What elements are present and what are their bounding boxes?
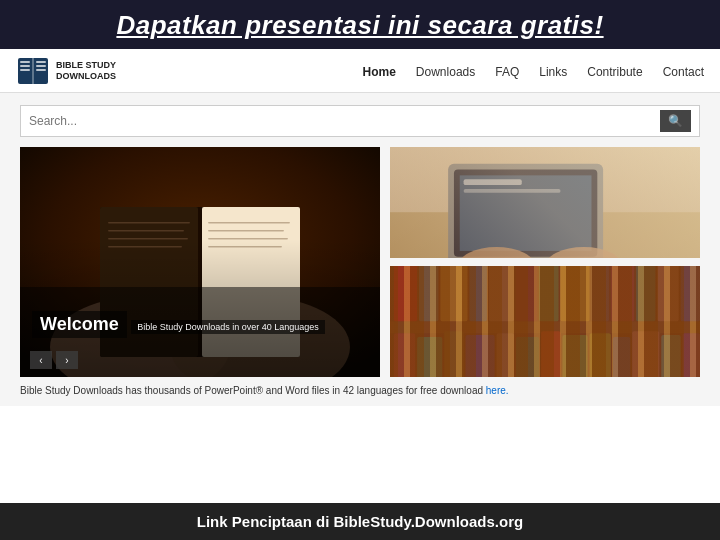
svg-rect-54 bbox=[541, 331, 560, 377]
svg-rect-39 bbox=[516, 266, 537, 322]
svg-rect-58 bbox=[632, 331, 659, 377]
svg-rect-56 bbox=[590, 333, 611, 377]
svg-point-32 bbox=[545, 247, 623, 258]
svg-rect-30 bbox=[464, 189, 561, 193]
svg-rect-1 bbox=[32, 58, 34, 84]
svg-rect-37 bbox=[469, 266, 486, 322]
svg-rect-6 bbox=[36, 65, 46, 67]
nav-item-faq[interactable]: FAQ bbox=[495, 62, 519, 80]
footer: Link Penciptaan di BibleStudy.Downloads.… bbox=[0, 503, 720, 540]
slider-nav: ‹ › bbox=[30, 351, 78, 369]
main-content: 🔍 bbox=[0, 93, 720, 406]
nav-item-downloads[interactable]: Downloads bbox=[416, 62, 475, 80]
svg-rect-33 bbox=[390, 266, 700, 377]
svg-rect-18 bbox=[108, 246, 182, 248]
svg-rect-19 bbox=[208, 222, 290, 224]
svg-rect-16 bbox=[108, 230, 184, 232]
welcome-subtitle: Bible Study Downloads in over 40 Languag… bbox=[131, 320, 325, 334]
svg-rect-42 bbox=[592, 266, 609, 322]
svg-rect-52 bbox=[497, 333, 514, 377]
svg-rect-29 bbox=[464, 179, 522, 185]
nav-item-contact[interactable]: Contact bbox=[663, 62, 704, 80]
welcome-title: Welcome bbox=[32, 311, 127, 338]
svg-rect-34 bbox=[394, 266, 417, 322]
svg-rect-51 bbox=[466, 335, 495, 377]
svg-rect-57 bbox=[613, 337, 630, 377]
side-images bbox=[390, 147, 700, 377]
svg-rect-27 bbox=[454, 170, 597, 257]
svg-rect-55 bbox=[562, 335, 587, 377]
main-slider: Welcome Bible Study Downloads in over 40… bbox=[20, 147, 380, 377]
svg-rect-8 bbox=[20, 147, 380, 377]
svg-rect-50 bbox=[444, 331, 463, 377]
search-bar-wrap: 🔍 bbox=[20, 105, 700, 137]
svg-rect-45 bbox=[657, 266, 678, 322]
description-line: Bible Study Downloads has thousands of P… bbox=[20, 385, 700, 396]
description-text: Bible Study Downloads has thousands of P… bbox=[20, 385, 483, 396]
svg-point-31 bbox=[458, 247, 536, 258]
header-title: Dapatkan presentasi ini secara gratis! bbox=[116, 10, 603, 40]
side-image-bottom-graphic bbox=[390, 266, 700, 377]
svg-rect-40 bbox=[539, 266, 558, 322]
svg-rect-49 bbox=[417, 337, 442, 377]
svg-rect-15 bbox=[108, 222, 190, 224]
svg-rect-38 bbox=[489, 266, 514, 322]
side-image-top-graphic bbox=[390, 147, 700, 258]
slider-next-button[interactable]: › bbox=[56, 351, 78, 369]
svg-rect-36 bbox=[440, 266, 467, 322]
nav-item-links[interactable]: Links bbox=[539, 62, 567, 80]
content-grid: Welcome Bible Study Downloads in over 40… bbox=[20, 147, 700, 377]
navbar: BIBLE STUDY DOWNLOADS Home Downloads FAQ… bbox=[0, 49, 720, 93]
svg-rect-26 bbox=[448, 164, 603, 258]
logo-area: BIBLE STUDY DOWNLOADS bbox=[16, 54, 116, 88]
svg-rect-46 bbox=[681, 266, 700, 322]
svg-rect-4 bbox=[20, 69, 30, 71]
svg-rect-3 bbox=[20, 65, 30, 67]
side-image-bottom bbox=[390, 266, 700, 377]
footer-text: Link Penciptaan di BibleStudy.Downloads.… bbox=[197, 513, 523, 530]
svg-rect-48 bbox=[394, 333, 415, 377]
header-banner: Dapatkan presentasi ini secara gratis! bbox=[0, 0, 720, 49]
nav-item-contribute[interactable]: Contribute bbox=[587, 62, 642, 80]
welcome-overlay: Welcome Bible Study Downloads in over 40… bbox=[32, 311, 325, 341]
svg-rect-28 bbox=[460, 175, 592, 251]
nav-item-home[interactable]: Home bbox=[363, 62, 396, 80]
svg-rect-20 bbox=[208, 230, 284, 232]
logo-text: BIBLE STUDY DOWNLOADS bbox=[56, 60, 116, 82]
svg-rect-21 bbox=[208, 238, 288, 240]
slider-prev-button[interactable]: ‹ bbox=[30, 351, 52, 369]
svg-rect-35 bbox=[419, 266, 438, 322]
nav-links: Home Downloads FAQ Links Contribute Cont… bbox=[363, 62, 704, 80]
svg-rect-41 bbox=[561, 266, 590, 322]
slider-image bbox=[20, 147, 380, 377]
svg-rect-24 bbox=[390, 147, 700, 258]
svg-rect-43 bbox=[611, 266, 634, 322]
side-image-top bbox=[390, 147, 700, 258]
logo-icon bbox=[16, 54, 50, 88]
svg-rect-25 bbox=[390, 212, 700, 258]
svg-rect-2 bbox=[20, 61, 30, 63]
svg-rect-7 bbox=[36, 69, 46, 71]
svg-rect-44 bbox=[636, 266, 655, 322]
svg-rect-47 bbox=[390, 322, 700, 334]
svg-rect-5 bbox=[36, 61, 46, 63]
svg-rect-60 bbox=[683, 333, 700, 377]
svg-rect-59 bbox=[661, 335, 680, 377]
search-input[interactable] bbox=[29, 114, 660, 128]
description-link[interactable]: here. bbox=[486, 385, 509, 396]
slider-background bbox=[20, 147, 380, 377]
search-button[interactable]: 🔍 bbox=[660, 110, 691, 132]
svg-rect-22 bbox=[208, 246, 282, 248]
svg-rect-17 bbox=[108, 238, 188, 240]
svg-rect-53 bbox=[516, 337, 539, 377]
